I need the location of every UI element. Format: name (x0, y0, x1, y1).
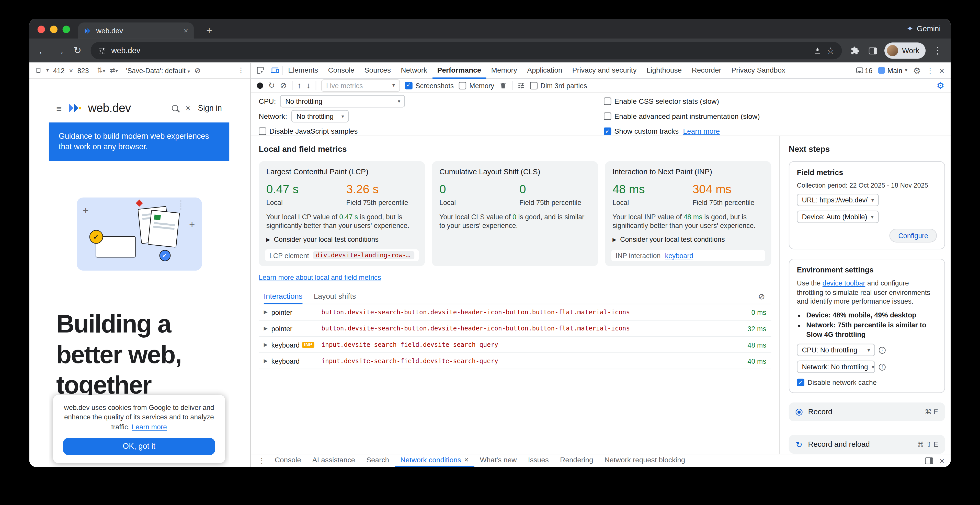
interaction-row[interactable]: ▶ pointer button.devsite-search-button.d… (259, 321, 771, 337)
throttle-icon[interactable]: ⊘ (194, 66, 201, 75)
drawer-tab-network-conditions[interactable]: Network conditions× (395, 454, 474, 467)
device-height-field[interactable]: 823 (78, 67, 89, 74)
devtools-close-icon[interactable]: × (939, 65, 945, 75)
side-panel-icon[interactable] (864, 43, 881, 59)
field-url-select[interactable]: URL: https://web.dev/▾ (797, 194, 879, 206)
expand-caret-icon[interactable]: ▶ (264, 342, 267, 347)
drawer-tab-whats-new[interactable]: What's new (474, 454, 522, 467)
history-select[interactable]: Live metrics▾ (321, 79, 400, 92)
clear-icon[interactable]: ⊘ (280, 81, 287, 89)
tab-elements[interactable]: Elements (283, 62, 323, 78)
browser-tab[interactable]: web.dev × (78, 22, 194, 39)
dim-third-parties-checkbox[interactable]: Dim 3rd parties (530, 81, 587, 89)
drawer-tab-search[interactable]: Search (361, 454, 395, 467)
interaction-row[interactable]: ▶ keyboard input.devsite-search-field.de… (259, 353, 771, 370)
bookmark-star-icon[interactable]: ☆ (827, 46, 835, 56)
record-reload-icon[interactable]: ↻ (268, 81, 275, 89)
device-toolbar-link[interactable]: device toolbar (822, 279, 865, 287)
sign-in-link[interactable]: Sign in (198, 104, 222, 113)
capture-settings-icon[interactable] (517, 81, 525, 89)
console-messages-button[interactable]: 16 (856, 67, 872, 74)
tab-privacy-sandbox[interactable]: Privacy Sandbox (726, 62, 790, 78)
dock-panel-icon[interactable] (925, 457, 934, 464)
hamburger-menu-icon[interactable]: ≡ (56, 103, 62, 113)
lcp-element-link[interactable]: div.devsite-landing-row-item-d… (313, 251, 414, 259)
tab-network[interactable]: Network (396, 62, 432, 78)
configure-button[interactable]: Configure (889, 229, 937, 243)
metrics-learn-more-link[interactable]: Learn more about local and field metrics (259, 274, 381, 281)
maximize-window-button[interactable] (63, 25, 70, 33)
env-cpu-select[interactable]: CPU: No throttling▾ (797, 344, 875, 356)
device-dimensions-icon[interactable] (35, 67, 42, 74)
webdev-logo-icon[interactable] (68, 103, 82, 113)
address-bar[interactable]: web.dev ☆ (91, 42, 842, 59)
disable-js-samples-checkbox[interactable]: Disable JavaScript samples (259, 127, 358, 135)
drawer-close-icon[interactable]: × (940, 456, 945, 465)
paint-instrumentation-checkbox[interactable]: Enable advanced paint instrumentation (s… (604, 113, 760, 120)
drawer-menu-icon[interactable]: ⋮ (255, 456, 269, 465)
devtools-settings-icon[interactable]: ⚙ (913, 65, 921, 75)
drawer-tab-network-request-blocking[interactable]: Network request blocking (599, 454, 691, 467)
inp-interaction-row[interactable]: INP interaction keyboard (611, 250, 765, 261)
tab-close-icon[interactable]: × (184, 26, 188, 35)
tab-layout-shifts[interactable]: Layout shifts (314, 289, 356, 304)
extensions-icon[interactable] (847, 43, 864, 59)
env-network-select[interactable]: Network: No throttling▾ (797, 360, 875, 373)
clear-interactions-icon[interactable]: ⊘ (758, 292, 765, 301)
inspect-icon[interactable] (253, 66, 267, 75)
install-icon[interactable] (813, 46, 821, 55)
rotate-icon[interactable]: ⇄▾ (110, 66, 118, 75)
url-text[interactable]: web.dev (111, 46, 808, 55)
cpu-info-icon[interactable]: i (879, 346, 886, 353)
devtools-menu-icon[interactable]: ⋮ (926, 66, 934, 75)
drawer-tab-console[interactable]: Console (269, 454, 307, 467)
interaction-row[interactable]: ▶ keyboardINP input.devsite-search-field… (259, 337, 771, 353)
tab-sources[interactable]: Sources (360, 62, 396, 78)
drawer-tab-ai-assistance[interactable]: AI assistance (307, 454, 361, 467)
cookie-ok-button[interactable]: OK, got it (63, 438, 215, 455)
webdev-logo-text[interactable]: web.dev (88, 101, 131, 115)
record-icon[interactable] (257, 82, 263, 89)
site-settings-icon[interactable] (98, 46, 107, 55)
forward-button[interactable]: → (52, 43, 68, 59)
tab-recorder[interactable]: Recorder (687, 62, 726, 78)
record-and-reload-button[interactable]: ↻ Record and reload ⌘ ⇧ E (789, 435, 945, 454)
record-button[interactable]: Record ⌘ E (789, 403, 945, 421)
device-width-field[interactable]: 412 (53, 67, 65, 74)
inp-interaction-link[interactable]: keyboard (665, 252, 694, 259)
drawer-tab-close-icon[interactable]: × (464, 454, 469, 466)
device-toolbar-menu-icon[interactable]: ⋮ (237, 66, 244, 75)
expand-caret-icon[interactable]: ▶ (264, 309, 267, 315)
new-tab-button[interactable]: + (206, 24, 212, 38)
custom-tracks-learn-more-link[interactable]: Learn more (683, 127, 720, 135)
collect-garbage-icon[interactable] (499, 81, 507, 89)
js-context-selector[interactable]: Main▾ (878, 67, 907, 74)
save-profile-icon[interactable]: ↓ (307, 81, 310, 89)
custom-tracks-checkbox[interactable]: Show custom tracks (604, 127, 679, 135)
zoom-icon[interactable]: ⇅▾ (97, 66, 105, 75)
cpu-throttling-select[interactable]: No throttling▾ (280, 95, 406, 108)
expand-caret-icon[interactable]: ▶ (264, 326, 267, 331)
reload-button[interactable]: ↻ (69, 43, 86, 59)
tab-application[interactable]: Application (522, 62, 568, 78)
tab-memory[interactable]: Memory (486, 62, 522, 78)
tab-console[interactable]: Console (323, 62, 360, 78)
inp-consider-disclosure[interactable]: ▶Consider your local test conditions (612, 236, 764, 243)
drawer-tab-rendering[interactable]: Rendering (554, 454, 599, 467)
gemini-button[interactable]: ✦ Gemini (907, 19, 941, 38)
network-throttling-select[interactable]: No throttling▾ (291, 110, 349, 122)
network-info-icon[interactable]: i (879, 364, 886, 370)
dimensions-dropdown-icon[interactable]: ▾ (46, 67, 49, 73)
search-icon[interactable] (172, 105, 178, 111)
tab-privacy-security[interactable]: Privacy and security (567, 62, 641, 78)
field-device-select[interactable]: Device: Auto (Mobile)▾ (797, 211, 878, 223)
disable-network-cache-checkbox[interactable]: Disable network cache (797, 379, 937, 386)
tab-performance[interactable]: Performance (432, 62, 486, 78)
cookie-learn-more-link[interactable]: Learn more (132, 423, 167, 430)
interaction-row[interactable]: ▶ pointer button.devsite-search-button.d… (259, 304, 771, 321)
memory-checkbox[interactable]: Memory (459, 81, 494, 89)
back-button[interactable]: ← (34, 43, 51, 59)
browser-menu-icon[interactable]: ⋮ (929, 43, 946, 59)
device-toolbar-toggle-icon[interactable] (267, 66, 283, 75)
screenshots-checkbox[interactable]: Screenshots (405, 81, 454, 89)
